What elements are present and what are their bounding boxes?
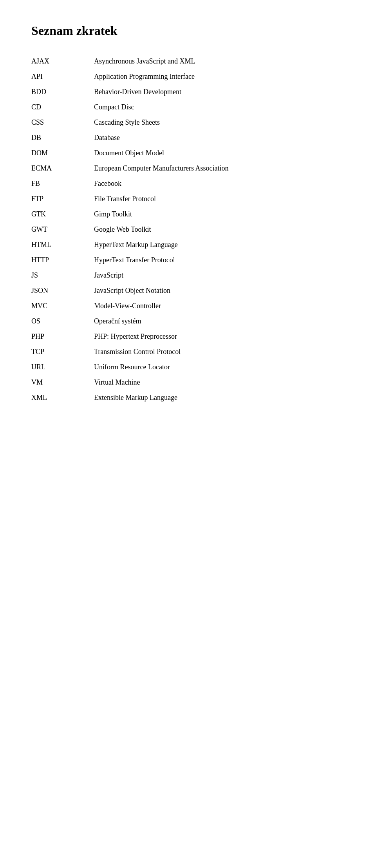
table-row: CDCompact Disc: [31, 100, 345, 115]
abbreviation-abbr: HTML: [31, 237, 94, 252]
abbreviation-full: HyperText Transfer Protocol: [94, 252, 345, 268]
abbreviation-full: Google Web Toolkit: [94, 222, 345, 237]
abbreviation-abbr: ECMA: [31, 161, 94, 176]
abbreviation-abbr: AJAX: [31, 54, 94, 69]
table-row: TCPTransmission Control Protocol: [31, 344, 345, 360]
abbreviation-abbr: MVC: [31, 298, 94, 314]
abbreviation-full: Compact Disc: [94, 100, 345, 115]
abbreviation-full: Model-View-Controller: [94, 298, 345, 314]
abbreviation-full: Gimp Toolkit: [94, 207, 345, 222]
abbreviation-full: File Transfer Protocol: [94, 191, 345, 207]
abbreviation-abbr: JS: [31, 268, 94, 283]
abbreviation-full: JavaScript: [94, 268, 345, 283]
abbreviation-abbr: CD: [31, 100, 94, 115]
abbreviation-full: Extensible Markup Language: [94, 390, 345, 405]
abbreviation-full: Transmission Control Protocol: [94, 344, 345, 360]
abbreviation-abbr: XML: [31, 390, 94, 405]
abbreviation-abbr: CSS: [31, 115, 94, 130]
table-row: AJAXAsynchronous JavaScript and XML: [31, 54, 345, 69]
abbreviation-abbr: VM: [31, 375, 94, 390]
table-row: OSOperační systém: [31, 314, 345, 329]
table-row: GTKGimp Toolkit: [31, 207, 345, 222]
abbreviation-full: European Computer Manufacturers Associat…: [94, 161, 345, 176]
abbreviation-abbr: HTTP: [31, 252, 94, 268]
table-row: XMLExtensible Markup Language: [31, 390, 345, 405]
abbreviation-full: Uniform Resource Locator: [94, 360, 345, 375]
abbreviation-full: Facebook: [94, 176, 345, 191]
table-row: URLUniform Resource Locator: [31, 360, 345, 375]
table-row: DBDatabase: [31, 130, 345, 145]
table-row: APIApplication Programming Interface: [31, 69, 345, 84]
abbreviation-abbr: API: [31, 69, 94, 84]
page-title: Seznam zkratek: [31, 24, 345, 38]
abbreviation-full: Database: [94, 130, 345, 145]
table-row: FBFacebook: [31, 176, 345, 191]
abbreviation-full: JavaScript Object Notation: [94, 283, 345, 298]
abbreviation-abbr: URL: [31, 360, 94, 375]
abbreviation-table: AJAXAsynchronous JavaScript and XMLAPIAp…: [31, 54, 345, 405]
table-row: JSJavaScript: [31, 268, 345, 283]
table-row: VMVirtual Machine: [31, 375, 345, 390]
abbreviation-abbr: BDD: [31, 84, 94, 100]
abbreviation-full: Virtual Machine: [94, 375, 345, 390]
abbreviation-full: Application Programming Interface: [94, 69, 345, 84]
abbreviation-abbr: DOM: [31, 145, 94, 161]
abbreviation-abbr: FB: [31, 176, 94, 191]
abbreviation-full: Operační systém: [94, 314, 345, 329]
abbreviation-abbr: GWT: [31, 222, 94, 237]
table-row: MVCModel-View-Controller: [31, 298, 345, 314]
page-wrapper: Seznam zkratek AJAXAsynchronous JavaScri…: [31, 24, 345, 868]
table-row: HTTPHyperText Transfer Protocol: [31, 252, 345, 268]
abbreviation-abbr: TCP: [31, 344, 94, 360]
abbreviation-abbr: DB: [31, 130, 94, 145]
table-row: ECMAEuropean Computer Manufacturers Asso…: [31, 161, 345, 176]
table-row: HTMLHyperText Markup Language: [31, 237, 345, 252]
abbreviation-full: Asynchronous JavaScript and XML: [94, 54, 345, 69]
abbreviation-full: PHP: Hypertext Preprocessor: [94, 329, 345, 344]
table-row: BDDBehavior-Driven Development: [31, 84, 345, 100]
abbreviation-full: Behavior-Driven Development: [94, 84, 345, 100]
abbreviation-abbr: GTK: [31, 207, 94, 222]
table-row: JSONJavaScript Object Notation: [31, 283, 345, 298]
abbreviation-abbr: FTP: [31, 191, 94, 207]
table-row: CSSCascading Style Sheets: [31, 115, 345, 130]
abbreviation-abbr: JSON: [31, 283, 94, 298]
abbreviation-abbr: OS: [31, 314, 94, 329]
abbreviation-abbr: PHP: [31, 329, 94, 344]
table-row: GWTGoogle Web Toolkit: [31, 222, 345, 237]
abbreviation-full: HyperText Markup Language: [94, 237, 345, 252]
abbreviation-full: Document Object Model: [94, 145, 345, 161]
abbreviation-full: Cascading Style Sheets: [94, 115, 345, 130]
table-row: PHPPHP: Hypertext Preprocessor: [31, 329, 345, 344]
table-row: FTPFile Transfer Protocol: [31, 191, 345, 207]
table-row: DOMDocument Object Model: [31, 145, 345, 161]
